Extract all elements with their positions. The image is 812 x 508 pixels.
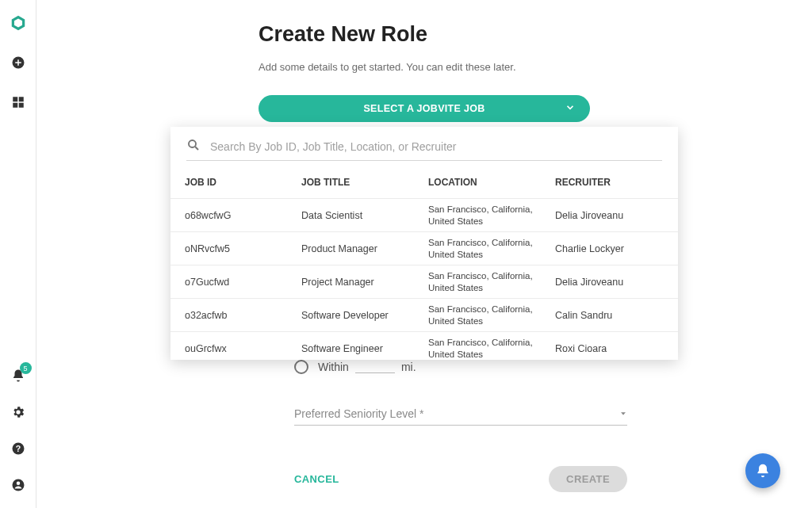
cell-job-id: o68wcfwG [185,210,301,221]
cell-job-title: Software Developer [301,310,428,321]
notification-badge: 5 [20,362,32,374]
search-input[interactable] [210,140,662,153]
page-subtitle: Add some details to get started. You can… [259,61,592,73]
svg-rect-4 [15,62,21,63]
col-job-title: JOB TITLE [301,177,428,188]
dashboard-icon[interactable] [10,94,27,111]
table-row[interactable]: oNRvcfw5 Product Manager San Francisco, … [170,232,678,265]
cell-job-title: Product Manager [301,243,428,254]
svg-rect-7 [13,103,17,108]
svg-rect-6 [18,97,23,101]
within-input[interactable] [355,361,395,373]
jobs-table: JOB ID JOB TITLE LOCATION RECRUITER o68w… [170,166,678,360]
logo-icon[interactable] [10,14,27,32]
seniority-select[interactable]: Preferred Seniority Level * [294,407,627,426]
cell-job-title: Software Engineer [301,343,428,354]
col-location: LOCATION [428,177,555,188]
cell-recruiter: Calin Sandru [555,310,664,321]
cell-job-id: ouGrcfwx [185,343,301,354]
action-row: CANCEL CREATE [294,466,627,492]
cell-location: San Francisco, California, United States [428,304,555,327]
account-icon[interactable] [10,476,27,494]
cell-location: San Francisco, California, United States [428,270,555,293]
create-button: CREATE [549,466,627,492]
radio-icon[interactable] [294,360,308,374]
cell-job-title: Data Scientist [301,210,428,221]
table-row[interactable]: o7Gucfwd Project Manager San Francisco, … [170,265,678,299]
cell-location: San Francisco, California, United States [428,337,555,360]
chevron-down-icon [565,102,576,116]
cell-recruiter: Delia Jiroveanu [555,210,664,221]
svg-text:?: ? [15,444,20,453]
col-job-id: JOB ID [185,177,301,188]
sidebar: 5 ? [0,0,36,508]
within-unit: mi. [401,361,416,373]
cancel-button[interactable]: CANCEL [294,473,339,485]
cell-job-id: oNRvcfw5 [185,243,301,254]
svg-marker-13 [621,412,626,414]
notifications-icon[interactable]: 5 [10,367,27,384]
caret-down-icon [619,407,627,420]
cell-location: San Francisco, California, United States [428,237,555,260]
table-header: JOB ID JOB TITLE LOCATION RECRUITER [170,166,678,199]
table-row[interactable]: o32acfwb Software Developer San Francisc… [170,299,678,332]
svg-point-12 [16,482,20,486]
table-row[interactable]: o68wcfwG Data Scientist San Francisco, C… [170,199,678,232]
col-recruiter: RECRUITER [555,177,664,188]
select-jobvite-button[interactable]: SELECT A JOBVITE JOB [259,95,590,122]
notifications-fab[interactable] [745,453,780,488]
settings-icon[interactable] [10,403,27,421]
cell-recruiter: Roxi Cioara [555,343,664,354]
table-row[interactable]: ouGrcfwx Software Engineer San Francisco… [170,332,678,360]
within-label: Within [318,361,349,373]
jobvite-dropdown: JOB ID JOB TITLE LOCATION RECRUITER o68w… [170,127,678,360]
cell-recruiter: Charlie Lockyer [555,243,664,254]
help-icon[interactable]: ? [10,440,27,457]
seniority-label: Preferred Seniority Level * [294,407,423,420]
svg-line-15 [195,147,198,150]
cell-location: San Francisco, California, United States [428,204,555,227]
cell-recruiter: Delia Jiroveanu [555,277,664,288]
within-radius-option[interactable]: Within mi. [294,360,416,374]
cell-job-id: o32acfwb [185,310,301,321]
add-icon[interactable] [10,54,27,71]
cell-job-title: Project Manager [301,277,428,288]
svg-rect-8 [18,103,23,108]
svg-rect-5 [13,97,17,101]
page-title: Create New Role [259,22,592,47]
cell-job-id: o7Gucfwd [185,277,301,288]
svg-point-14 [189,140,196,147]
search-icon [186,138,201,155]
